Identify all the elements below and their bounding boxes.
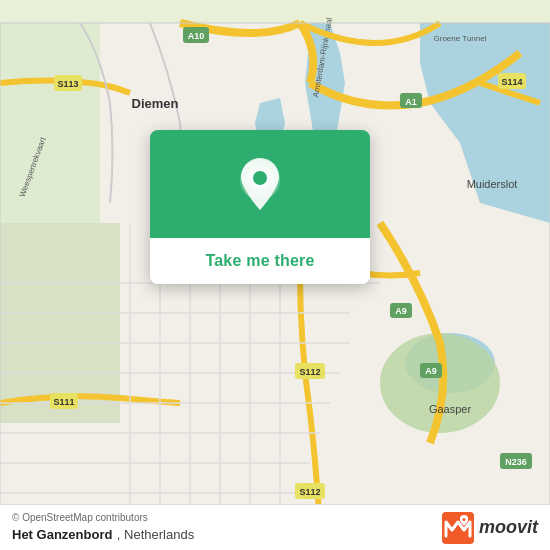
moovit-brand-icon	[442, 512, 474, 544]
svg-text:S112: S112	[299, 487, 320, 497]
svg-text:S111: S111	[53, 397, 74, 407]
svg-text:N236: N236	[505, 457, 527, 467]
map-container: A10 A1 A9 A9 S112 S112 S112 S111 S113 S1…	[0, 0, 550, 550]
svg-text:A9: A9	[395, 306, 407, 316]
location-name: Het Ganzenbord	[12, 527, 112, 542]
svg-text:S112: S112	[299, 367, 320, 377]
svg-text:Gaasper: Gaasper	[429, 403, 472, 415]
svg-text:S113: S113	[57, 79, 78, 89]
svg-text:Muiderslot: Muiderslot	[467, 178, 518, 190]
svg-rect-5	[0, 23, 100, 223]
svg-text:A1: A1	[405, 97, 417, 107]
osm-attribution: © OpenStreetMap contributors	[12, 512, 194, 523]
popup-card: Take me there	[150, 130, 370, 284]
moovit-brand-text: moovit	[479, 517, 538, 538]
bottom-bar: © OpenStreetMap contributors Het Ganzenb…	[0, 504, 550, 550]
location-country: , Netherlands	[117, 527, 194, 542]
location-pin-icon	[236, 158, 284, 214]
moovit-logo: moovit	[442, 512, 538, 544]
svg-text:A10: A10	[188, 31, 205, 41]
svg-point-57	[462, 518, 465, 521]
location-info: Het Ganzenbord , Netherlands	[12, 525, 194, 543]
svg-text:A9: A9	[425, 366, 437, 376]
svg-point-54	[253, 171, 267, 185]
svg-text:Diemen: Diemen	[132, 96, 179, 111]
popup-green-area	[150, 130, 370, 238]
svg-text:Groene Tunnel: Groene Tunnel	[434, 34, 487, 43]
svg-text:S114: S114	[501, 77, 522, 87]
bottom-left-info: © OpenStreetMap contributors Het Ganzenb…	[12, 512, 194, 543]
take-me-there-button[interactable]: Take me there	[150, 238, 370, 284]
